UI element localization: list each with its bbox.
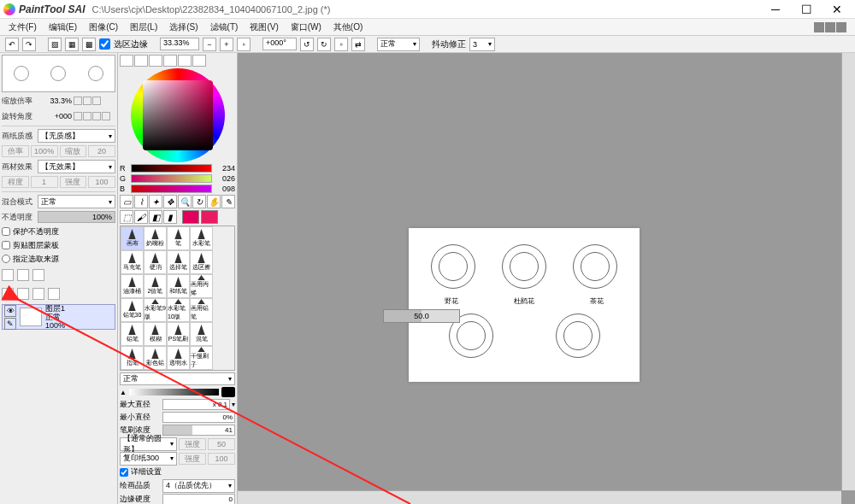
brush-选择笔[interactable]: 选择笔 [167, 250, 190, 274]
brush-水彩笔10版[interactable]: 水彩笔10版 [167, 298, 190, 322]
visibility-icon[interactable]: 👁 [4, 305, 16, 317]
brush-模糊[interactable]: 模糊 [144, 322, 167, 346]
brush-马克笔[interactable]: 马克笔 [121, 250, 144, 274]
stabilizer-combo[interactable]: 3 [469, 38, 495, 51]
brush-透明水[interactable]: 透明水 [167, 346, 190, 370]
color-tab-icon[interactable] [192, 55, 206, 67]
brush-2值笔[interactable]: 2值笔 [144, 274, 167, 298]
picker-tool-icon[interactable]: ✎ [221, 195, 235, 208]
edit-icon[interactable]: ✎ [4, 318, 16, 330]
paper-texture-combo[interactable]: 【无质感】 [38, 129, 115, 143]
transform-tool-icon[interactable]: ⬚ [120, 210, 133, 224]
navigator-thumbnail[interactable] [2, 55, 115, 92]
wand-tool-icon[interactable]: ✦ [149, 195, 162, 208]
color-tab-icon[interactable] [163, 55, 177, 67]
move-tool-icon[interactable]: ✥ [163, 195, 177, 208]
bucket-tool-icon[interactable]: ▮ [163, 210, 177, 224]
brush-硬消[interactable]: 硬消 [144, 250, 167, 274]
panel-toggle-icon[interactable] [836, 22, 846, 32]
flip-button[interactable]: ⇄ [351, 38, 365, 51]
bg-swatch[interactable] [201, 210, 218, 224]
panel-toggle-icon[interactable] [825, 22, 835, 32]
menu-layer[interactable]: 图层(L) [130, 21, 157, 33]
protect-alpha-checkbox[interactable]: 保护不透明度 [2, 226, 115, 237]
blend-mode-combo[interactable]: 正常 [38, 195, 115, 208]
zoom-out-button[interactable]: − [203, 38, 216, 51]
panel-toggle-icon[interactable] [814, 22, 824, 32]
zoom-reset-icon[interactable] [92, 97, 101, 105]
brush-干慢刷子[interactable]: 干慢刷子 [190, 346, 213, 370]
rect-select-tool-icon[interactable]: ▭ [120, 195, 133, 208]
min-size-slider[interactable]: 0% [162, 412, 235, 423]
color-tab-icon[interactable] [178, 55, 192, 67]
quality-combo[interactable]: 4（品质优先） [162, 479, 235, 493]
density-slider[interactable]: 41 [162, 425, 235, 436]
edge-slider[interactable]: 0 [162, 494, 235, 504]
clear-layer-icon[interactable] [32, 288, 44, 300]
new-layer-icon[interactable] [2, 269, 14, 281]
detail-settings-checkbox[interactable]: 详细设置 [120, 466, 235, 478]
clip-mask-checkbox[interactable]: 剪贴图层蒙板 [2, 239, 115, 251]
brush-奶嘴粉[interactable]: 奶嘴粉 [144, 226, 167, 250]
merge-down-icon[interactable] [17, 288, 29, 300]
close-button[interactable]: ✕ [829, 2, 845, 17]
rotate-tool-icon[interactable]: ↻ [192, 195, 206, 208]
brush-PS笔刷[interactable]: PS笔刷 [167, 322, 190, 346]
brush-画布[interactable]: 画布 [121, 226, 144, 250]
menu-filter[interactable]: 滤镜(T) [210, 21, 239, 33]
redo-button[interactable]: ↷ [22, 38, 36, 51]
brush-tool-icon[interactable]: 🖌 [134, 210, 148, 224]
undo-button[interactable]: ↶ [5, 38, 19, 51]
r-slider[interactable] [131, 164, 212, 173]
zoom-display[interactable]: 33.33% [160, 38, 199, 50]
paper-combo[interactable]: 复印纸300 [120, 452, 177, 466]
color-tab-icon[interactable] [120, 55, 133, 67]
brush-mode-combo[interactable]: 正常 [120, 372, 235, 385]
new-linework-icon[interactable] [17, 269, 29, 281]
menu-other[interactable]: 其他(O) [333, 21, 363, 33]
brush-水彩笔9版[interactable]: 水彩笔9版 [144, 298, 167, 322]
menu-window[interactable]: 窗口(W) [291, 21, 321, 33]
menu-select[interactable]: 选择(S) [169, 21, 198, 33]
brush-笔[interactable]: 笔 [167, 226, 190, 250]
horizontal-scrollbar[interactable] [238, 490, 841, 504]
color-tab-icon[interactable] [134, 55, 148, 67]
paper-effect-combo[interactable]: 【无效果】 [38, 160, 115, 173]
vertical-scrollbar[interactable] [841, 53, 855, 490]
b-slider[interactable] [131, 185, 212, 193]
g-slider[interactable] [131, 174, 212, 183]
rot-inc-icon[interactable] [83, 112, 91, 120]
brush-和纸笔[interactable]: 和纸笔 [167, 274, 190, 298]
brush-油漆桶[interactable]: 油漆桶 [121, 274, 144, 298]
brush-指笔[interactable]: 指笔 [121, 346, 144, 370]
select-edge-checkbox[interactable] [99, 38, 110, 50]
rotate-display[interactable]: +000° [262, 38, 297, 50]
delete-layer-icon[interactable] [48, 288, 60, 300]
opacity-slider[interactable]: 100% [38, 211, 115, 223]
fg-swatch[interactable] [182, 210, 199, 224]
transfer-down-icon[interactable] [2, 288, 14, 300]
maximize-button[interactable]: ☐ [799, 2, 814, 17]
brush-混笔[interactable]: 混笔 [190, 322, 213, 346]
layer-row[interactable]: 👁✎ 图层1正常100% [2, 304, 115, 330]
zoom-reset-button[interactable]: ▫ [237, 38, 251, 51]
minimize-button[interactable]: ─ [768, 2, 783, 17]
brush-彩色铅[interactable]: 彩色铅 [144, 346, 167, 370]
brush-画用丙烯[interactable]: 画用丙烯 [190, 274, 213, 298]
rot-reset-icon[interactable] [92, 112, 101, 120]
hand-tool-icon[interactable]: ✋ [207, 195, 221, 208]
menu-view[interactable]: 视图(V) [250, 21, 278, 33]
color-wheel[interactable] [120, 68, 235, 162]
canvas-area[interactable]: 野花 杜鹃花 茶花 50.0 [238, 53, 855, 504]
pick-source-checkbox[interactable]: 指定选取来源 [2, 253, 115, 265]
zoom-inc-icon[interactable] [83, 97, 91, 105]
zoom-tool-icon[interactable]: 🔍 [178, 195, 192, 208]
zoom-in-button[interactable]: + [220, 38, 233, 51]
brush-铅笔30[interactable]: 铅笔30 [121, 298, 144, 322]
eraser-tool-icon[interactable]: ◧ [149, 210, 162, 224]
brush-画用铅笔[interactable]: 画用铅笔 [190, 298, 213, 322]
show-select-button[interactable]: ▩ [82, 38, 96, 51]
toolbar-blend-combo[interactable]: 正常 [377, 38, 420, 51]
rotate-reset-button[interactable]: ▫ [334, 38, 348, 51]
zoom-dec-icon[interactable] [74, 97, 82, 105]
